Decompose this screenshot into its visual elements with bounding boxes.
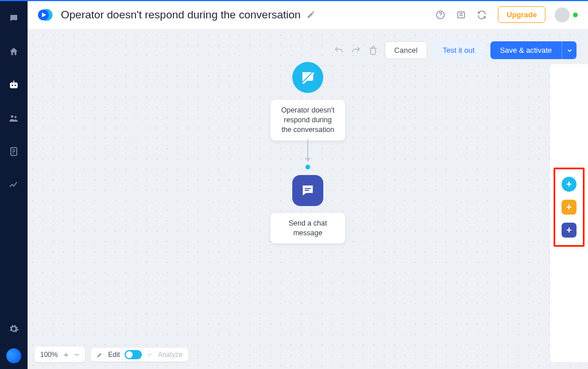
page-header: Operator doesn't respond during the conv…: [28, 0, 588, 30]
main-container: Operator doesn't respond during the conv…: [28, 0, 588, 369]
svg-point-4: [11, 115, 14, 118]
zoom-in-button[interactable]: +: [64, 349, 69, 359]
zoom-level: 100%: [40, 351, 58, 359]
logo-icon: [36, 6, 54, 24]
app-logo[interactable]: [36, 6, 54, 24]
canvas-action-bar: Cancel Test it out Save & activate: [333, 41, 577, 59]
undo-button[interactable]: [333, 45, 345, 56]
chat-bubble-icon: [9, 13, 19, 24]
mode-toggle[interactable]: [125, 350, 142, 359]
pencil-icon: [96, 351, 103, 358]
action-node-label: Send a chat message: [289, 219, 327, 237]
sidebar-item-chat[interactable]: [6, 10, 22, 26]
save-activate-button[interactable]: Save & activate: [490, 41, 562, 59]
upgrade-button[interactable]: Upgrade: [498, 6, 546, 23]
flow-edge: [307, 139, 308, 161]
trash-icon: [368, 45, 378, 56]
plus-icon: +: [566, 226, 571, 235]
main-sidebar: [0, 0, 28, 369]
redo-icon: [351, 45, 361, 56]
sidebar-item-settings[interactable]: [6, 321, 22, 337]
home-icon: [9, 46, 19, 57]
flow-diagram: Operator doesn't respond during the conv…: [270, 62, 345, 243]
help-icon: [435, 10, 446, 20]
chart-line-icon: [9, 180, 19, 190]
online-status-icon: [573, 13, 578, 17]
refresh-icon: [477, 10, 487, 20]
brand-logo-icon[interactable]: [5, 347, 24, 366]
add-action-button[interactable]: +: [562, 223, 577, 238]
redo-button[interactable]: [350, 45, 362, 56]
svg-point-2: [14, 85, 16, 87]
delete-button[interactable]: [368, 45, 379, 56]
bot-icon: [8, 79, 20, 91]
mode-analyze-label[interactable]: Analyze: [158, 351, 183, 359]
page-title: Operator doesn't respond during the conv…: [61, 9, 301, 21]
add-condition-button[interactable]: +: [562, 200, 577, 215]
chat-message-icon: [300, 183, 315, 198]
svg-point-1: [11, 85, 13, 87]
action-node-icon[interactable]: [292, 175, 323, 206]
pencil-icon: [307, 10, 315, 19]
chevron-down-icon: [566, 47, 573, 54]
svg-point-5: [14, 116, 17, 118]
svg-rect-3: [13, 81, 14, 83]
cancel-button[interactable]: Cancel: [385, 41, 427, 59]
flow-connector-dot[interactable]: [305, 165, 310, 169]
svg-rect-0: [10, 83, 17, 88]
svg-rect-14: [305, 188, 311, 189]
gear-icon: [9, 324, 19, 334]
zoom-control: 100% + −: [34, 347, 85, 362]
help-button[interactable]: [435, 9, 446, 21]
sidebar-item-bot[interactable]: [6, 77, 22, 93]
plus-icon: +: [566, 180, 571, 189]
mode-switch: Edit Analyze: [91, 348, 188, 362]
sidebar-item-analytics[interactable]: [6, 177, 22, 193]
sidebar-item-home[interactable]: [6, 44, 22, 60]
zoom-out-button[interactable]: −: [74, 349, 79, 359]
canvas-bottom-bar: 100% + − Edit Analyze: [34, 347, 188, 362]
plus-icon: +: [566, 203, 571, 212]
chart-line-icon: [146, 351, 153, 358]
people-icon: [9, 113, 19, 123]
svg-rect-15: [305, 190, 310, 191]
trigger-node-label: Operator doesn't respond during the conv…: [281, 106, 335, 134]
save-button-group: Save & activate: [490, 41, 577, 59]
no-response-icon: [300, 69, 316, 86]
trigger-node-card[interactable]: Operator doesn't respond during the conv…: [270, 100, 345, 141]
user-avatar[interactable]: [555, 7, 570, 22]
action-node-card[interactable]: Send a chat message: [270, 213, 345, 244]
palette-highlight-box: + + +: [554, 168, 585, 247]
document-icon: [9, 146, 19, 157]
news-button[interactable]: [455, 9, 467, 21]
sidebar-item-content[interactable]: [6, 143, 22, 160]
refresh-button[interactable]: [476, 9, 488, 21]
trigger-node-icon[interactable]: [292, 62, 323, 93]
test-button[interactable]: Test it out: [433, 41, 485, 59]
flow-canvas[interactable]: Cancel Test it out Save & activate Opera…: [28, 30, 588, 369]
save-dropdown-button[interactable]: [562, 41, 577, 59]
news-icon: [456, 10, 466, 20]
edit-title-button[interactable]: [307, 10, 315, 19]
top-accent-bar: [0, 0, 588, 1]
add-trigger-button[interactable]: +: [562, 177, 577, 192]
sidebar-item-contacts[interactable]: [6, 110, 22, 126]
mode-edit-label[interactable]: Edit: [108, 351, 120, 359]
undo-icon: [334, 45, 344, 56]
